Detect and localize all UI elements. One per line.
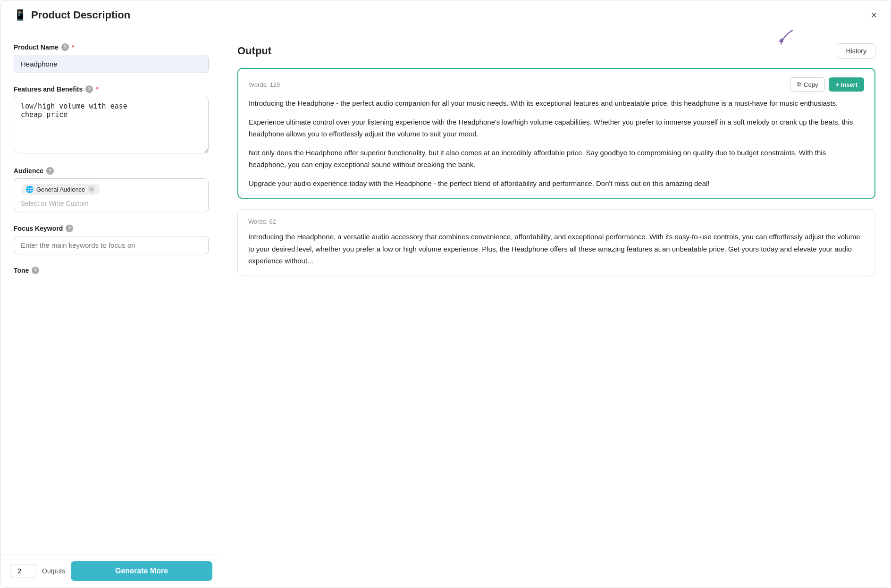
- output-card-1: Words: 129 ⧉ Copy + Insert Introducing t…: [237, 68, 875, 199]
- features-help-icon[interactable]: ?: [85, 85, 93, 93]
- card-2-text: Introducing the Headphone, a versatile a…: [248, 231, 865, 267]
- audience-globe-icon: 🌐: [25, 185, 34, 193]
- audience-tag: 🌐 General Audience ×: [21, 184, 100, 195]
- card-1-para-4: Upgrade your audio experience today with…: [249, 177, 864, 190]
- card-1-para-3: Not only does the Headphone offer superi…: [249, 147, 864, 171]
- audience-tag-remove-button[interactable]: ×: [88, 185, 95, 193]
- header-right-area: History: [837, 43, 875, 59]
- right-panel: Output History Words: 129: [222, 30, 891, 588]
- audience-label: Audience ?: [14, 167, 209, 175]
- card-1-text: Introducing the Headphone - the perfect …: [249, 97, 864, 189]
- card-2-word-count: Words: 62: [248, 218, 276, 225]
- card-2-para-1: Introducing the Headphone, a versatile a…: [248, 231, 865, 267]
- card-1-actions: ⧉ Copy + Insert: [790, 77, 864, 92]
- product-name-required: *: [72, 43, 74, 51]
- modal-container: 📱 Product Description × Product Name ? *…: [0, 0, 891, 588]
- features-input[interactable]: low/high volume with ease cheap price: [14, 97, 209, 153]
- product-name-label: Product Name ? *: [14, 43, 209, 51]
- output-card-2: Words: 62 Introducing the Headphone, a v…: [237, 209, 875, 276]
- card-1-para-2: Experience ultimate control over your li…: [249, 116, 864, 140]
- svg-marker-0: [779, 38, 783, 42]
- copy-button[interactable]: ⧉ Copy: [790, 77, 825, 92]
- outputs-stepper: [10, 564, 36, 578]
- card-1-para-1: Introducing the Headphone - the perfect …: [249, 97, 864, 109]
- product-name-help-icon[interactable]: ?: [61, 43, 69, 51]
- card-2-top-row: Words: 62: [248, 218, 865, 225]
- outputs-label: Outputs: [42, 567, 65, 575]
- focus-keyword-help-icon[interactable]: ?: [66, 225, 73, 232]
- focus-keyword-label: Focus Keyword ?: [14, 225, 209, 232]
- audience-help-icon[interactable]: ?: [46, 167, 54, 175]
- copy-icon: ⧉: [797, 81, 801, 88]
- focus-keyword-input[interactable]: [14, 236, 209, 254]
- outputs-count-input[interactable]: [10, 564, 36, 578]
- tone-label: Tone ?: [14, 267, 209, 274]
- arrow-annotation: [776, 30, 833, 48]
- audience-input-box[interactable]: 🌐 General Audience × Select or Write Cus…: [14, 178, 209, 212]
- history-button[interactable]: History: [837, 43, 875, 59]
- generate-more-button[interactable]: Generate More: [71, 561, 212, 581]
- product-name-input[interactable]: [14, 55, 209, 73]
- focus-keyword-group: Focus Keyword ?: [14, 225, 209, 254]
- left-panel: Product Name ? * Features and Benefits ?…: [0, 30, 222, 588]
- modal-header: 📱 Product Description ×: [0, 0, 891, 30]
- modal-title: Product Description: [31, 9, 871, 21]
- audience-placeholder: Select or Write Custom: [21, 200, 202, 207]
- audience-tag-label: General Audience: [36, 186, 85, 193]
- close-button[interactable]: ×: [871, 9, 877, 21]
- features-required: *: [96, 85, 98, 93]
- product-name-group: Product Name ? *: [14, 43, 209, 73]
- bottom-bar: Outputs Generate More: [0, 554, 222, 588]
- insert-label: + Insert: [835, 81, 857, 88]
- insert-button[interactable]: + Insert: [829, 77, 864, 92]
- audience-group: Audience ? 🌐 General Audience × Select o…: [14, 167, 209, 212]
- product-description-icon: 📱: [14, 9, 26, 21]
- card-1-top-row: Words: 129 ⧉ Copy + Insert: [249, 77, 864, 92]
- tone-group: Tone ?: [14, 267, 209, 274]
- card-1-word-count: Words: 129: [249, 81, 280, 88]
- features-label: Features and Benefits ? *: [14, 85, 209, 93]
- copy-label: Copy: [804, 81, 818, 88]
- features-group: Features and Benefits ? * low/high volum…: [14, 85, 209, 155]
- modal-body: Product Name ? * Features and Benefits ?…: [0, 30, 891, 588]
- output-title: Output: [237, 45, 271, 57]
- tone-help-icon[interactable]: ?: [32, 267, 39, 274]
- output-header: Output History: [237, 43, 875, 59]
